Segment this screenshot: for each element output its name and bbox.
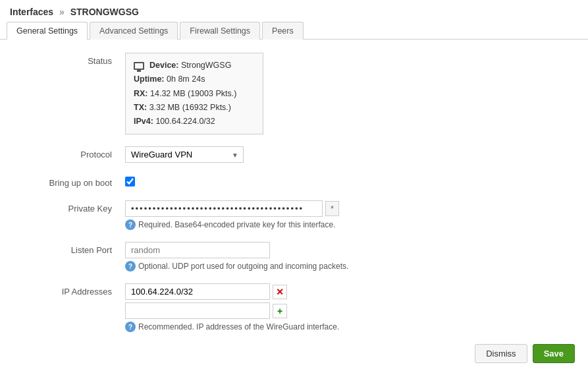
breadcrumb-separator: » (59, 7, 65, 17)
ip-addresses-control: ✕ + ? Recommended. IP addresses of the W… (125, 283, 568, 332)
uptime-line: Uptime: 0h 8m 24s (134, 72, 255, 86)
rx-line: RX: 14.32 MB (19003 Pkts.) (134, 87, 255, 101)
tab-peers[interactable]: Peers (262, 22, 304, 40)
private-key-hint: ? Required. Base64-encoded private key f… (125, 219, 568, 230)
key-toggle-button[interactable]: * (325, 201, 339, 216)
ipv4-line: IPv4: 100.64.224.0/32 (134, 115, 255, 129)
hint-icon-listen-port: ? (125, 261, 136, 272)
monitor-icon (134, 62, 144, 70)
listen-port-row: Listen Port ? Optional. UDP port used fo… (20, 242, 568, 272)
tab-advanced-settings[interactable]: Advanced Settings (90, 22, 178, 40)
status-row: Status Device: StrongWGSG Uptime: 0h 8m … (20, 53, 568, 134)
tx-line: TX: 3.32 MB (16932 Pkts.) (134, 101, 255, 115)
tab-general-settings[interactable]: General Settings (7, 22, 88, 40)
ip-remove-button-0[interactable]: ✕ (273, 285, 287, 299)
protocol-row: Protocol WireGuard VPN (20, 146, 568, 163)
protocol-select[interactable]: WireGuard VPN (125, 146, 244, 163)
bring-up-checkbox[interactable] (125, 177, 135, 186)
ip-input-new[interactable] (125, 302, 270, 319)
listen-port-input[interactable] (125, 242, 270, 258)
ip-entry-0: ✕ (125, 283, 568, 300)
private-key-row: Private Key * ? Required. Base64-encoded… (20, 200, 568, 230)
dismiss-button[interactable]: Dismiss (475, 344, 527, 363)
status-label: Status (20, 53, 125, 66)
private-key-input[interactable] (125, 200, 323, 217)
hint-icon-ip-addresses: ? (125, 322, 136, 332)
ip-addresses-hint: ? Recommended. IP addresses of the WireG… (125, 322, 568, 332)
tabs-bar: General Settings Advanced Settings Firew… (0, 21, 588, 40)
ip-addresses-label: IP Addresses (20, 283, 125, 297)
protocol-select-wrapper: WireGuard VPN (125, 146, 244, 163)
status-box: Device: StrongWGSG Uptime: 0h 8m 24s RX:… (125, 53, 263, 134)
breadcrumb-parent: Interfaces (10, 7, 53, 17)
bring-up-label: Bring up on boot (20, 175, 125, 188)
breadcrumb: Interfaces » STRONGWGSG (0, 0, 588, 21)
listen-port-label: Listen Port (20, 242, 125, 255)
bring-up-control (125, 175, 568, 188)
content-area: Status Device: StrongWGSG Uptime: 0h 8m … (0, 40, 588, 357)
private-key-label: Private Key (20, 200, 125, 214)
bring-up-on-boot-row: Bring up on boot (20, 175, 568, 188)
breadcrumb-current: STRONGWGSG (70, 7, 139, 17)
listen-port-control: ? Optional. UDP port used for outgoing a… (125, 242, 568, 272)
footer-buttons: Dismiss Save (475, 344, 575, 363)
hint-icon-private-key: ? (125, 219, 136, 230)
protocol-control: WireGuard VPN (125, 146, 568, 163)
device-label: Device: StrongWGSG (149, 59, 231, 72)
ip-add-button[interactable]: + (273, 304, 287, 318)
save-button[interactable]: Save (533, 344, 575, 363)
private-key-wrap: * (125, 200, 568, 217)
protocol-label: Protocol (20, 146, 125, 159)
tab-firewall-settings[interactable]: Firewall Settings (180, 22, 260, 40)
ip-entry-new: + (125, 302, 568, 319)
ip-addresses-row: IP Addresses ✕ + ? Recommended. IP addre… (20, 283, 568, 332)
status-box-wrap: Device: StrongWGSG Uptime: 0h 8m 24s RX:… (125, 53, 568, 134)
private-key-control: * ? Required. Base64-encoded private key… (125, 200, 568, 230)
listen-port-hint: ? Optional. UDP port used for outgoing a… (125, 261, 568, 272)
ip-input-0[interactable] (125, 283, 270, 300)
